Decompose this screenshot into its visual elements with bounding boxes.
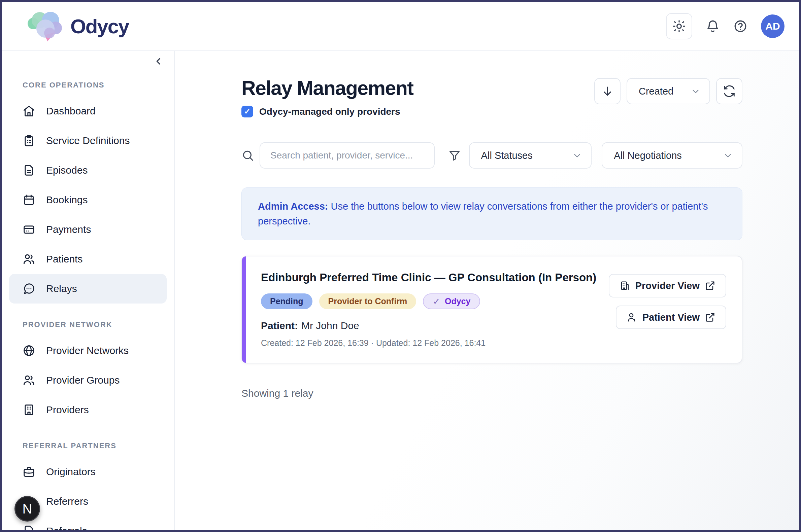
- sidebar-item-relays[interactable]: Relays: [9, 274, 167, 304]
- external-link-icon: [705, 280, 715, 291]
- refresh-button[interactable]: [716, 78, 742, 104]
- patient-view-button[interactable]: Patient View: [616, 306, 726, 329]
- section-label: PROVIDER NETWORK: [22, 320, 167, 329]
- help-icon: [733, 19, 747, 33]
- status-badge-odycy: ✓ Odycy: [423, 293, 480, 309]
- checkbox-checked[interactable]: ✓: [241, 106, 253, 117]
- sidebar-item-provider-groups[interactable]: Provider Groups: [9, 365, 167, 395]
- status-filter-select[interactable]: All Statuses: [469, 142, 592, 169]
- checkbox-label: Odycy-managed only providers: [259, 106, 400, 117]
- main-content: Relay Management ✓ Odycy-managed only pr…: [175, 51, 799, 530]
- users-icon: [22, 253, 35, 266]
- globe-icon: [22, 344, 35, 357]
- negotiation-filter-value: All Negotiations: [614, 150, 682, 161]
- status-badge-pending: Pending: [261, 293, 313, 309]
- header-actions: AD: [666, 13, 784, 39]
- managed-only-filter[interactable]: ✓ Odycy-managed only providers: [241, 106, 413, 117]
- sidebar: CORE OPERATIONS Dashboard Service Defini…: [2, 51, 175, 530]
- clipboard-icon: [22, 134, 35, 147]
- chevron-down-icon: [572, 150, 582, 160]
- clinic-building-icon: [619, 280, 630, 291]
- relay-card: Edinburgh Preferred Time Clinic — GP Con…: [241, 256, 742, 363]
- admin-notice-label: Admin Access:: [258, 201, 328, 212]
- brand-logo[interactable]: Odycy: [26, 10, 129, 43]
- chevron-down-icon: [723, 150, 733, 160]
- person-icon: [627, 312, 637, 323]
- user-avatar[interactable]: AD: [761, 15, 784, 38]
- chevron-down-icon: [691, 86, 701, 96]
- status-filter-value: All Statuses: [481, 150, 533, 161]
- sidebar-item-dashboard[interactable]: Dashboard: [9, 96, 167, 126]
- sidebar-item-originators[interactable]: Originators: [9, 457, 167, 487]
- arrow-down-icon: [601, 85, 614, 98]
- sort-controls: Created: [594, 78, 742, 104]
- check-icon: ✓: [433, 296, 441, 307]
- refresh-icon: [723, 85, 736, 98]
- patient-label: Patient:: [261, 320, 298, 331]
- document-icon: [22, 164, 35, 177]
- card-actions: Provider View Patient View: [609, 271, 726, 348]
- result-count: Showing 1 relay: [241, 388, 742, 399]
- nextjs-dev-badge[interactable]: N: [15, 496, 40, 521]
- sidebar-collapse-button[interactable]: [153, 56, 164, 68]
- search-input[interactable]: [260, 142, 435, 169]
- brand-cloud-icon: [26, 10, 63, 43]
- status-badge-provider-to-confirm: Provider to Confirm: [319, 293, 416, 309]
- card-accent-stripe: [242, 256, 246, 363]
- sort-direction-button[interactable]: [594, 78, 620, 104]
- sidebar-nav: CORE OPERATIONS Dashboard Service Defini…: [2, 51, 174, 532]
- sidebar-item-payments[interactable]: Payments: [9, 215, 167, 244]
- timestamps: Created: 12 Feb 2026, 16:39 · Updated: 1…: [261, 338, 596, 348]
- sidebar-item-episodes[interactable]: Episodes: [9, 155, 167, 185]
- section-label: REFERRAL PARTNERS: [22, 441, 167, 450]
- sidebar-item-provider-networks[interactable]: Provider Networks: [9, 336, 167, 365]
- sidebar-item-service-definitions[interactable]: Service Definitions: [9, 126, 167, 155]
- check-icon: ✓: [244, 107, 250, 116]
- theme-toggle-button[interactable]: [666, 13, 692, 39]
- sidebar-item-bookings[interactable]: Bookings: [9, 185, 167, 215]
- sidebar-item-patients[interactable]: Patients: [9, 244, 167, 274]
- notifications-button[interactable]: [706, 19, 720, 33]
- sun-icon: [672, 19, 686, 33]
- sort-field-value: Created: [639, 86, 673, 97]
- users-icon: [22, 374, 35, 387]
- help-button[interactable]: [733, 19, 747, 33]
- admin-access-notice: Admin Access: Use the buttons below to v…: [241, 187, 742, 240]
- chat-bubble-icon: [22, 282, 35, 295]
- brand-name: Odycy: [70, 15, 129, 38]
- chevron-left-icon: [153, 56, 164, 66]
- credit-card-icon: [22, 223, 35, 236]
- provider-view-button[interactable]: Provider View: [609, 274, 726, 298]
- top-header: Odycy AD: [2, 2, 799, 51]
- app-window: Odycy AD: [2, 2, 799, 530]
- document-icon: [22, 525, 35, 532]
- negotiation-filter-select[interactable]: All Negotiations: [602, 142, 742, 169]
- sidebar-item-providers[interactable]: Providers: [9, 395, 167, 425]
- bell-icon: [706, 19, 720, 33]
- filter-funnel-icon: [448, 149, 461, 162]
- patient-name: Mr John Doe: [301, 320, 359, 331]
- briefcase-icon: [22, 466, 35, 478]
- section-label: CORE OPERATIONS: [22, 81, 167, 90]
- sort-field-select[interactable]: Created: [627, 78, 710, 104]
- sidebar-section-core-operations: CORE OPERATIONS Dashboard Service Defini…: [9, 81, 167, 304]
- external-link-icon: [705, 312, 715, 323]
- badge-row: Pending Provider to Confirm ✓ Odycy: [261, 293, 596, 309]
- patient-line: Patient:Mr John Doe: [261, 320, 596, 331]
- page-title: Relay Management: [241, 77, 413, 100]
- search-icon: [241, 149, 254, 162]
- relay-title: Edinburgh Preferred Time Clinic — GP Con…: [261, 271, 596, 284]
- calendar-icon: [22, 193, 35, 206]
- sidebar-section-provider-network: PROVIDER NETWORK Provider Networks Provi…: [9, 320, 167, 425]
- building-icon: [22, 403, 35, 416]
- filter-bar: All Statuses All Negotiations: [241, 142, 742, 169]
- home-icon: [22, 104, 35, 117]
